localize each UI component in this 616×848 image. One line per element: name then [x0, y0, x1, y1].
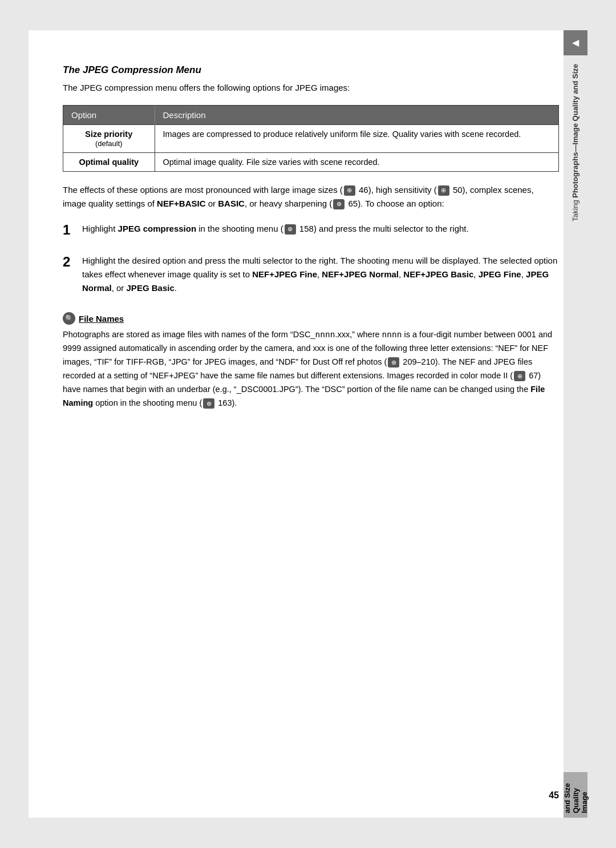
sidebar-highlight-text: Image Quality and Size [563, 772, 589, 818]
icon-ref-158 [285, 224, 296, 235]
page: The JPEG Compression Menu The JPEG compr… [29, 30, 587, 818]
bold-jpeg-basic: JPEG Basic [127, 283, 175, 293]
option-sub-1: (default) [95, 139, 123, 148]
nnnn-code-2: nnnn [382, 330, 402, 339]
sidebar-label: Taking Photographs—Image Quality and Siz… [570, 64, 581, 221]
step-number-1: 1 [63, 222, 76, 239]
sidebar-body: Taking Photographs—Image Quality and Siz… [564, 55, 587, 772]
section-title: The JPEG Compression Menu [63, 64, 559, 76]
col-header-description: Description [155, 106, 558, 125]
bold-nef-jpeg-basic: NEF+JPEG Basic [403, 269, 473, 279]
file-names-title: File Names [79, 314, 124, 324]
file-names-header: File Names [63, 312, 559, 325]
step-number-2: 2 [63, 254, 76, 270]
icon-ref-65 [333, 199, 345, 209]
option-name-2: Optimal quality [71, 158, 147, 167]
step-text-2: Highlight the desired option and press t… [82, 254, 559, 295]
main-content: The JPEG Compression Menu The JPEG compr… [29, 30, 587, 818]
file-names-section: File Names Photographs are stored as ima… [63, 312, 559, 410]
sidebar-highlight-bar: Image Quality and Size [564, 772, 587, 818]
effect-bold-basic: BASIC [218, 199, 245, 208]
description-cell-1: Images are compressed to produce relativ… [155, 124, 558, 152]
bold-nef-jpeg-fine: NEF+JPEG Fine [252, 269, 317, 279]
option-cell-2: Optimal quality [63, 152, 155, 171]
file-names-text: Photographs are stored as image files wi… [63, 328, 559, 410]
sidebar: ◀ Taking Photographs—Image Quality and S… [564, 30, 587, 818]
step-2: 2 Highlight the desired option and press… [63, 254, 559, 295]
bold-jpeg-fine: JPEG Fine [479, 269, 521, 279]
file-naming-bold: File Naming [63, 385, 545, 407]
icon-ref-67 [514, 371, 525, 381]
options-table: Option Description Size priority (defaul… [63, 105, 559, 172]
effect-text: The effects of these options are most pr… [63, 183, 559, 211]
nnnn-code: nnnn [315, 330, 335, 339]
page-number: 45 [549, 790, 559, 801]
col-header-option: Option [63, 106, 155, 125]
icon-ref-163 [203, 398, 214, 409]
jpeg-compression-label: JPEG compression [118, 224, 197, 233]
effect-bold-nef-basic: NEF+BASIC [157, 199, 205, 208]
bold-nef-jpeg-normal: NEF+JPEG Normal [322, 269, 399, 279]
step-text-1: Highlight JPEG compression in the shooti… [82, 222, 559, 236]
step-1: 1 Highlight JPEG compression in the shoo… [63, 222, 559, 239]
icon-ref-46 [344, 185, 355, 196]
icon-ref-209 [388, 357, 399, 368]
table-row: Size priority (default) Images are compr… [63, 124, 558, 152]
option-name-1: Size priority [71, 130, 147, 139]
icon-ref-50 [438, 185, 449, 196]
file-icon [63, 312, 75, 325]
table-row: Optimal quality Optimal image quality. F… [63, 152, 558, 171]
option-cell-1: Size priority (default) [63, 124, 155, 152]
sidebar-arrow[interactable]: ◀ [564, 30, 587, 55]
svg-text:◀: ◀ [572, 38, 579, 47]
intro-text: The JPEG compression menu offers the fol… [63, 82, 559, 95]
description-cell-2: Optimal image quality. File size varies … [155, 152, 558, 171]
